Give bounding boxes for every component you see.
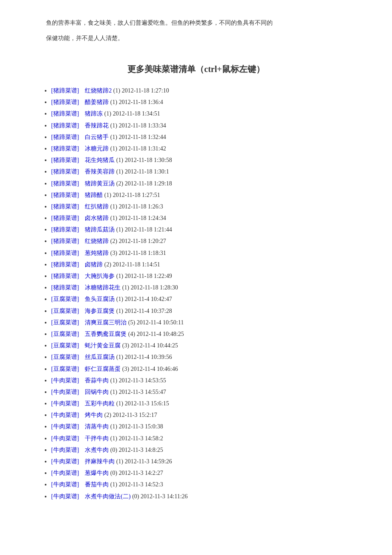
recipe-meta: (1) 2012-11-18 1:27:10 bbox=[112, 87, 169, 94]
recipe-link[interactable]: 虾仁豆腐蒸蛋 bbox=[85, 366, 121, 372]
recipe-link[interactable]: 鱼头豆腐汤 bbox=[85, 296, 115, 302]
category-link[interactable]: [猪蹄菜谱] bbox=[51, 145, 79, 152]
category-link[interactable]: [猪蹄菜谱] bbox=[51, 215, 79, 221]
list-item: [猪蹄菜谱] 卤猪蹄 (2) 2012-11-18 1:14:51 bbox=[51, 259, 358, 270]
list-item: [牛肉菜谱] 拌麻辣牛肉 (1) 2012-11-3 14:59:26 bbox=[51, 456, 358, 467]
category-link[interactable]: [牛肉菜谱] bbox=[51, 389, 79, 395]
recipe-link[interactable]: 红扒猪蹄 bbox=[85, 203, 109, 210]
category-link[interactable]: [猪蹄菜谱] bbox=[51, 250, 79, 256]
recipe-link[interactable]: 猪蹄瓜菇汤 bbox=[85, 226, 115, 233]
list-item: [猪蹄菜谱] 香辣蹄花 (1) 2012-11-18 1:33:34 bbox=[51, 120, 358, 131]
category-link[interactable]: [豆腐菜谱] bbox=[51, 366, 79, 372]
recipe-link[interactable]: 回锅牛肉 bbox=[85, 389, 109, 395]
category-link[interactable]: [豆腐菜谱] bbox=[51, 331, 79, 337]
list-item: [猪蹄菜谱] 葱炖猪蹄 (3) 2012-11-18 1:18:31 bbox=[51, 248, 358, 258]
category-link[interactable]: [猪蹄菜谱] bbox=[51, 203, 79, 210]
list-item: [牛肉菜谱] 香蒜牛肉 (1) 2012-11-3 14:53:55 bbox=[51, 375, 358, 386]
recipe-link[interactable]: 花生炖猪瓜 bbox=[85, 157, 115, 163]
category-link[interactable]: [豆腐菜谱] bbox=[51, 296, 79, 302]
recipe-meta: (1) 2012-11-18 1:30:1 bbox=[115, 168, 169, 175]
category-link[interactable]: [猪蹄菜谱] bbox=[51, 87, 79, 94]
recipe-meta: (2) 2012-11-18 1:14:51 bbox=[103, 261, 160, 268]
list-item: [猪蹄菜谱] 猪蹄冻 (1) 2012-11-18 1:34:51 bbox=[51, 108, 358, 119]
recipe-link[interactable]: 卤水猪蹄 bbox=[85, 215, 109, 221]
recipe-link[interactable]: 醋姜猪蹄 bbox=[85, 99, 109, 105]
recipe-link[interactable]: 冰糖元蹄 bbox=[85, 145, 109, 152]
category-link[interactable]: [豆腐菜谱] bbox=[51, 342, 79, 349]
recipe-link[interactable]: 白云猪手 bbox=[85, 134, 109, 140]
category-link[interactable]: [牛肉菜谱] bbox=[51, 377, 79, 384]
list-item: [牛肉菜谱] 烤牛肉 (2) 2012-11-3 15:2:17 bbox=[51, 410, 358, 420]
category-link[interactable]: [猪蹄菜谱] bbox=[51, 284, 79, 291]
recipe-meta: (1) 2012-11-18 1:30:58 bbox=[115, 157, 172, 163]
category-link[interactable]: [豆腐菜谱] bbox=[51, 308, 79, 314]
recipe-link[interactable]: 冰糖猪蹄花生 bbox=[85, 284, 121, 291]
recipe-link[interactable]: 卤猪蹄 bbox=[85, 261, 103, 268]
category-link[interactable]: [猪蹄菜谱] bbox=[51, 261, 79, 268]
list-item: [猪蹄菜谱] 红烧猪蹄 (2) 2012-11-18 1:20:27 bbox=[51, 236, 358, 246]
category-link[interactable]: [猪蹄菜谱] bbox=[51, 180, 79, 187]
category-link[interactable]: [猪蹄菜谱] bbox=[51, 273, 79, 279]
category-link[interactable]: [猪蹄菜谱] bbox=[51, 122, 79, 129]
category-link[interactable]: [猪蹄菜谱] bbox=[51, 192, 79, 198]
recipe-link[interactable]: 清爽豆腐三明治 bbox=[85, 319, 127, 326]
list-item: [豆腐菜谱] 虾仁豆腐蒸蛋 (3) 2012-11-4 10:46:46 bbox=[51, 364, 358, 374]
category-link[interactable]: [牛肉菜谱] bbox=[51, 470, 79, 476]
category-link[interactable]: [牛肉菜谱] bbox=[51, 400, 79, 407]
category-link[interactable]: [猪蹄菜谱] bbox=[51, 168, 79, 175]
recipe-link[interactable]: 水煮牛肉做法(二) bbox=[85, 493, 130, 500]
recipe-link[interactable]: 拌麻辣牛肉 bbox=[85, 458, 115, 465]
recipe-link[interactable]: 猪蹄醋 bbox=[85, 192, 103, 198]
recipe-link[interactable]: 海参豆腐煲 bbox=[85, 308, 115, 314]
category-link[interactable]: [猪蹄菜谱] bbox=[51, 99, 79, 105]
category-link[interactable]: [豆腐菜谱] bbox=[51, 354, 79, 360]
list-item: [豆腐菜谱] 丝瓜豆腐汤 (1) 2012-11-4 10:39:56 bbox=[51, 352, 358, 362]
category-link[interactable]: [猪蹄菜谱] bbox=[51, 226, 79, 233]
recipe-link[interactable]: 葱爆牛肉 bbox=[85, 470, 109, 476]
category-link[interactable]: [猪蹄菜谱] bbox=[51, 238, 79, 244]
list-item: [牛肉菜谱] 葱爆牛肉 (0) 2012-11-3 14:2:27 bbox=[51, 468, 358, 478]
recipe-link[interactable]: 红烧猪蹄2 bbox=[85, 87, 112, 94]
list-item: [豆腐菜谱] 海参豆腐煲 (1) 2012-11-4 10:37:28 bbox=[51, 306, 358, 316]
recipe-meta: (1) 2012-11-3 14:58:2 bbox=[109, 435, 163, 442]
recipe-link[interactable]: 大腌扒海参 bbox=[85, 273, 115, 279]
list-item: [猪蹄菜谱] 猪蹄瓜菇汤 (1) 2012-11-18 1:21:44 bbox=[51, 224, 358, 235]
list-item: [豆腐菜谱] 五香鹦鸯豆腐煲 (4) 2012-11-4 10:48:25 bbox=[51, 329, 358, 339]
recipe-meta: (0) 2012-11-3 14:2:27 bbox=[109, 470, 163, 476]
recipe-link[interactable]: 五香鹦鸯豆腐煲 bbox=[85, 331, 127, 337]
category-link[interactable]: [豆腐菜谱] bbox=[51, 319, 79, 326]
recipe-link[interactable]: 香辣美容蹄 bbox=[85, 168, 115, 175]
recipe-link[interactable]: 香蒜牛肉 bbox=[85, 377, 109, 384]
recipe-meta: (1) 2012-11-18 1:33:34 bbox=[109, 122, 166, 129]
recipe-link[interactable]: 香辣蹄花 bbox=[85, 122, 109, 129]
intro-line1: 鱼的营养丰富，食之味美，故人们普遍爱吃鱼。但鱼的种类繁多，不同的鱼具有不同的 bbox=[34, 17, 358, 29]
recipe-link[interactable]: 葱炖猪蹄 bbox=[85, 250, 109, 256]
recipe-link[interactable]: 五彩牛肉粒 bbox=[85, 400, 115, 407]
category-link[interactable]: [牛肉菜谱] bbox=[51, 412, 79, 418]
category-link[interactable]: [猪蹄菜谱] bbox=[51, 134, 79, 140]
recipe-meta: (1) 2012-11-4 10:37:28 bbox=[115, 308, 172, 314]
recipe-link[interactable]: 清蒸牛肉 bbox=[85, 423, 109, 430]
category-link[interactable]: [猪蹄菜谱] bbox=[51, 157, 79, 163]
recipe-meta: (3) 2012-11-4 10:44:25 bbox=[121, 342, 178, 349]
category-link[interactable]: [牛肉菜谱] bbox=[51, 458, 79, 465]
recipe-link[interactable]: 猪蹄黄豆汤 bbox=[85, 180, 115, 187]
category-link[interactable]: [牛肉菜谱] bbox=[51, 493, 79, 500]
recipe-link[interactable]: 丝瓜豆腐汤 bbox=[85, 354, 115, 360]
recipe-link[interactable]: 烤牛肉 bbox=[85, 412, 103, 418]
category-link[interactable]: [牛肉菜谱] bbox=[51, 447, 79, 453]
recipe-link[interactable]: 猪蹄冻 bbox=[85, 110, 103, 117]
recipe-link[interactable]: 蚝汁黄金豆腐 bbox=[85, 342, 121, 349]
category-link[interactable]: [牛肉菜谱] bbox=[51, 423, 79, 430]
recipe-link[interactable]: 干拌牛肉 bbox=[85, 435, 109, 442]
list-item: [猪蹄菜谱] 醋姜猪蹄 (1) 2012-11-18 1:36:4 bbox=[51, 97, 358, 107]
section-title: 更多美味菜谱清单（ctrl+鼠标左键） bbox=[34, 61, 358, 77]
category-link[interactable]: [牛肉菜谱] bbox=[51, 481, 79, 488]
category-link[interactable]: [牛肉菜谱] bbox=[51, 435, 79, 442]
recipe-link[interactable]: 水煮牛肉 bbox=[85, 447, 109, 453]
recipe-link[interactable]: 红烧猪蹄 bbox=[85, 238, 109, 244]
category-link[interactable]: [猪蹄菜谱] bbox=[51, 110, 79, 117]
recipe-link[interactable]: 番茄牛肉 bbox=[85, 481, 109, 488]
recipe-meta: (1) 2012-11-4 10:39:56 bbox=[115, 354, 172, 360]
list-item: [牛肉菜谱] 干拌牛肉 (1) 2012-11-3 14:58:2 bbox=[51, 433, 358, 444]
